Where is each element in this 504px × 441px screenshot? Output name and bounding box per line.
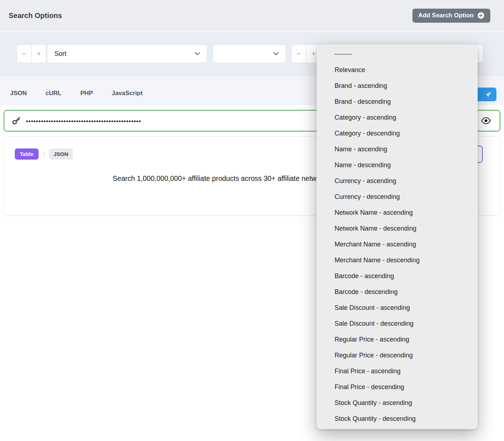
tab[interactable]: JavaScript [112, 90, 143, 97]
dropdown-option[interactable]: ✓ Final Price - ascending [317, 363, 478, 379]
key-icon [12, 116, 21, 125]
dropdown-option-label: Name - descending [335, 161, 391, 169]
add-search-option-button[interactable]: Add Search Option [412, 9, 490, 23]
dropdown-option-label: Regular Price - descending [335, 352, 413, 359]
dropdown-option-label: Barcode - ascending [335, 272, 394, 280]
dropdown-option-label: Merchant Name - ascending [335, 241, 416, 248]
dropdown-option[interactable]: ✓ Final Price - descending [317, 379, 478, 395]
dropdown-option-label: Brand - ascending [335, 82, 387, 90]
badge-divider: | [43, 151, 44, 158]
tab[interactable]: JSON [10, 90, 27, 97]
option-stepper: − + [17, 44, 47, 63]
dropdown-option[interactable]: ✓ Barcode - ascending [317, 268, 478, 284]
dropdown-option-label: Regular Price - ascending [335, 336, 409, 343]
dropdown-option[interactable]: ✓ Name - ascending [317, 141, 478, 157]
dropdown-option[interactable]: ✓ Relevance [317, 62, 478, 78]
dropdown-option-label: -------- [335, 50, 352, 58]
remove-option-button[interactable]: − [17, 44, 32, 63]
eye-icon [481, 117, 491, 124]
remove-option-button[interactable]: − [291, 44, 306, 63]
toggle-key-visibility-button[interactable] [479, 116, 492, 126]
dropdown-option[interactable]: ✓ Name - descending [317, 157, 478, 173]
dropdown-option[interactable]: ✓ Merchant Name - descending [317, 252, 478, 268]
chevron-down-icon [269, 52, 279, 55]
dropdown-option[interactable]: ✓ Network Name - descending [317, 220, 478, 236]
dropdown-option[interactable]: ✓ Sale Discount - ascending [317, 300, 478, 316]
dropdown-option-label: Stock Quantity - descending [335, 415, 416, 423]
dropdown-option[interactable]: ✓ Stock Quantity - descending [317, 411, 478, 427]
search-options-header: Search Options Add Search Option [0, 0, 504, 32]
dropdown-option-label: Sale Discount - ascending [335, 304, 410, 312]
dropdown-option-label: Category - descending [335, 130, 400, 137]
dropdown-option[interactable]: ✓ Barcode - descending [317, 284, 478, 300]
sort-options-dropdown: ✓ -------- ✓ Relevance ✓ Brand - ascendi… [317, 44, 478, 429]
dropdown-option[interactable]: ✓ Category - ascending [317, 110, 478, 125]
dropdown-option-label: Currency - ascending [335, 177, 396, 185]
operator-select[interactable] [213, 44, 286, 63]
dropdown-option[interactable]: ✓ Category - descending [317, 125, 478, 141]
dropdown-option-label: Sale Discount - descending [335, 320, 414, 328]
page-title: Search Options [9, 12, 62, 20]
plus-circle-icon [477, 12, 485, 19]
tab[interactable]: cURL [45, 90, 61, 97]
field-select[interactable]: Sort [47, 44, 207, 63]
dropdown-option-label: Final Price - descending [335, 383, 404, 391]
dropdown-option[interactable]: ✓ Regular Price - ascending [317, 331, 478, 347]
dropdown-option[interactable]: ✓ -------- [317, 46, 478, 62]
dropdown-option[interactable]: ✓ Network Name - ascending [317, 205, 478, 220]
dropdown-option-label: Merchant Name - descending [335, 257, 420, 264]
dropdown-option[interactable]: ✓ Brand - ascending [317, 78, 478, 94]
view-switcher: Table | JSON [15, 148, 73, 160]
dropdown-option[interactable]: ✓ Currency - ascending [317, 173, 478, 189]
add-search-option-label: Add Search Option [418, 12, 474, 19]
json-view-badge[interactable]: JSON [49, 148, 73, 160]
dropdown-option[interactable]: ✓ Stock Quantity - ascending [317, 395, 478, 411]
dropdown-option-label: Final Price - ascending [335, 368, 401, 375]
dropdown-option-label: Relevance [335, 66, 365, 74]
dropdown-option-label: Barcode - descending [335, 288, 398, 296]
dropdown-option[interactable]: ✓ Sale Discount - descending [317, 316, 478, 331]
field-select-value: Sort [54, 50, 66, 58]
rocket-icon [484, 90, 492, 98]
table-view-badge[interactable]: Table [15, 148, 39, 160]
dropdown-option-label: Currency - descending [335, 193, 400, 201]
chevron-down-icon [190, 52, 200, 55]
dropdown-option-label: Brand - descending [335, 98, 391, 106]
dropdown-option[interactable]: ✓ Merchant Name - ascending [317, 236, 478, 252]
add-option-button[interactable]: + [31, 44, 47, 63]
dropdown-option-label: Name - ascending [335, 146, 387, 153]
dropdown-option[interactable]: ✓ Currency - descending [317, 189, 478, 205]
tab[interactable]: PHP [80, 90, 93, 97]
dropdown-option-label: Network Name - ascending [335, 209, 413, 217]
dropdown-option-label: Category - ascending [335, 114, 396, 121]
dropdown-option[interactable]: ✓ Brand - descending [317, 94, 478, 110]
dropdown-option[interactable]: ✓ Regular Price - descending [317, 347, 478, 363]
dropdown-option-label: Stock Quantity - ascending [335, 399, 412, 407]
dropdown-option-label: Network Name - descending [335, 225, 416, 232]
